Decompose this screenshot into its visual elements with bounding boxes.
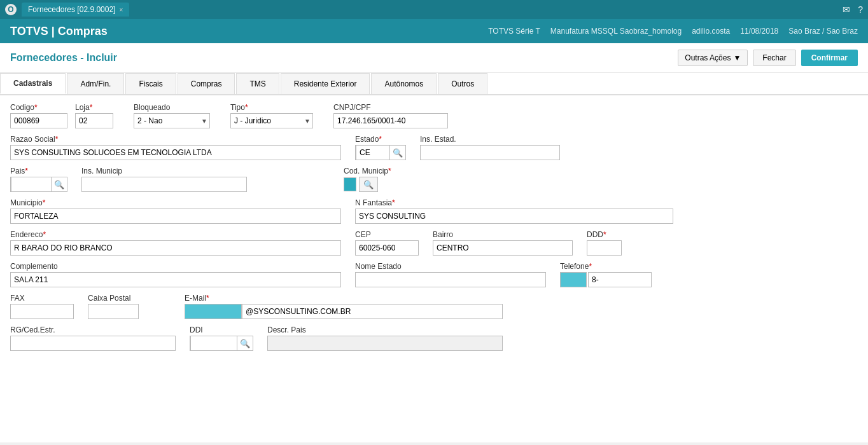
- estado-input-wrapper: 🔍: [355, 145, 406, 160]
- label-razao-social: Razao Social*: [10, 135, 341, 144]
- header-info: TOTVS Série T Manufatura MSSQL Saobraz_h…: [488, 27, 858, 36]
- input-email-domain[interactable]: [242, 304, 503, 319]
- input-loja[interactable]: [75, 113, 113, 128]
- cod-municip-wrapper: 🔍: [344, 177, 391, 192]
- input-rg[interactable]: [10, 336, 176, 351]
- input-ddd[interactable]: [587, 240, 622, 256]
- group-ddd: DDD*: [587, 230, 622, 256]
- input-n-fantasia[interactable]: [355, 209, 673, 224]
- group-rg: RG/Ced.Estr.: [10, 325, 176, 351]
- input-estado[interactable]: [356, 145, 390, 160]
- group-complemento: Complemento: [10, 262, 341, 287]
- confirmar-button[interactable]: Confirmar: [801, 50, 858, 66]
- select-tipo[interactable]: J - Juridico F - Fisico: [230, 113, 313, 128]
- input-telefone-part2[interactable]: [588, 272, 652, 287]
- form-row-6: Complemento Nome Estado Telefone*: [10, 262, 858, 287]
- group-cep: CEP: [355, 230, 419, 256]
- label-endereco: Endereco*: [10, 230, 341, 239]
- tab-compras[interactable]: Compras: [178, 73, 235, 94]
- input-pais[interactable]: [11, 177, 52, 192]
- label-loja: Loja*: [75, 103, 113, 112]
- input-ddi[interactable]: [190, 336, 237, 351]
- label-tipo: Tipo*: [230, 103, 313, 112]
- page-title-bar: Fornecedores - Incluir Outras Ações ▼ Fe…: [0, 43, 868, 73]
- input-caixa-postal[interactable]: [88, 304, 139, 319]
- input-nome-estado[interactable]: [355, 272, 546, 287]
- email-wrapper: [185, 304, 503, 319]
- label-rg: RG/Ced.Estr.: [10, 325, 176, 334]
- tab-fiscais[interactable]: Fiscais: [125, 73, 176, 94]
- input-complemento[interactable]: [10, 272, 341, 287]
- app-title: TOTVS | Compras: [10, 25, 108, 38]
- input-razao-social[interactable]: [10, 145, 341, 160]
- group-tipo: Tipo* J - Juridico F - Fisico ▼: [230, 103, 313, 128]
- select-bloqueado-wrapper: 2 - Nao 1 - Sim ▼: [134, 113, 210, 128]
- tab-outros[interactable]: Outros: [438, 73, 487, 94]
- input-ins-municip[interactable]: [81, 177, 247, 192]
- input-codigo[interactable]: [10, 113, 67, 128]
- telefone-wrapper: [560, 272, 652, 287]
- input-cep[interactable]: [355, 240, 419, 256]
- form-row-3: Pais* 🔍 Ins. Municip Cod. Municip* 🔍: [10, 167, 858, 192]
- tab-tms[interactable]: TMS: [236, 73, 279, 94]
- form-row-4: Municipio* N Fantasia*: [10, 198, 858, 224]
- dropdown-arrow-icon: ▼: [733, 53, 741, 62]
- group-n-fantasia: N Fantasia*: [355, 198, 673, 224]
- group-telefone: Telefone*: [560, 262, 652, 287]
- group-loja: Loja*: [75, 103, 113, 128]
- label-ins-estad: Ins. Estad.: [420, 135, 560, 144]
- input-email-prefix[interactable]: [185, 304, 242, 319]
- tab-autonomos[interactable]: Autônomos: [371, 73, 437, 94]
- ddi-search-button[interactable]: 🔍: [237, 339, 253, 348]
- outras-acoes-button[interactable]: Outras Ações ▼: [678, 50, 748, 66]
- tab-close-icon[interactable]: ×: [119, 6, 123, 13]
- input-telefone-part1[interactable]: [560, 272, 587, 287]
- label-ddd: DDD*: [587, 230, 622, 239]
- tab-adm-fin[interactable]: Adm/Fin.: [67, 73, 124, 94]
- label-cnpj: CNPJ/CPF: [333, 103, 448, 112]
- cod-municip-search-button[interactable]: 🔍: [359, 177, 378, 192]
- pais-search-button[interactable]: 🔍: [52, 180, 67, 189]
- tabs-bar: Cadastrais Adm/Fin. Fiscais Compras TMS …: [0, 73, 868, 95]
- group-razao-social: Razao Social*: [10, 135, 341, 160]
- label-estado: Estado*: [355, 135, 406, 144]
- input-fax[interactable]: [10, 304, 74, 319]
- form-row-2: Razao Social* Estado* 🔍 Ins. Estad.: [10, 135, 858, 160]
- estado-search-button[interactable]: 🔍: [390, 148, 405, 158]
- select-tipo-wrapper: J - Juridico F - Fisico ▼: [230, 113, 313, 128]
- group-caixa-postal: Caixa Postal: [88, 294, 139, 319]
- group-municipio: Municipio*: [10, 198, 341, 224]
- group-bairro: Bairro: [433, 230, 573, 256]
- group-pais: Pais* 🔍: [10, 167, 67, 192]
- group-codigo: Codigo*: [10, 103, 67, 128]
- tab-cadastrais[interactable]: Cadastrais: [0, 73, 66, 94]
- form-row-7: FAX Caixa Postal E-Mail*: [10, 294, 858, 319]
- app-header: TOTVS | Compras TOTVS Série T Manufatura…: [0, 19, 868, 43]
- select-bloqueado[interactable]: 2 - Nao 1 - Sim: [134, 113, 210, 128]
- label-email: E-Mail*: [185, 294, 503, 303]
- label-pais: Pais*: [10, 167, 67, 175]
- tab-residente-exterior[interactable]: Residente Exterior: [281, 73, 370, 94]
- header-date: 11/08/2018: [740, 27, 778, 36]
- tab-fornecedores[interactable]: Fornecedores [02.9.0002] ×: [22, 3, 129, 17]
- ddi-input-wrapper: 🔍: [190, 336, 253, 351]
- group-ddi: DDI 🔍: [190, 325, 253, 351]
- fechar-button[interactable]: Fechar: [753, 50, 795, 66]
- mail-icon[interactable]: ✉: [843, 4, 850, 15]
- header-location: Sao Braz / Sao Braz: [788, 27, 858, 36]
- input-descr-pais: [267, 336, 503, 351]
- app-logo: O: [5, 4, 17, 15]
- group-estado: Estado* 🔍: [355, 135, 406, 160]
- label-bloqueado: Bloqueado: [134, 103, 210, 112]
- input-municipio[interactable]: [10, 209, 341, 224]
- label-descr-pais: Descr. Pais: [267, 325, 503, 334]
- input-endereco[interactable]: [10, 240, 341, 256]
- help-icon[interactable]: ?: [858, 4, 863, 15]
- label-n-fantasia: N Fantasia*: [355, 198, 673, 207]
- form-row-8: RG/Ced.Estr. DDI 🔍 Descr. Pais: [10, 325, 858, 351]
- group-cod-municip: Cod. Municip* 🔍: [344, 167, 391, 192]
- input-ins-estad[interactable]: [420, 145, 560, 160]
- label-cep: CEP: [355, 230, 419, 239]
- input-bairro[interactable]: [433, 240, 573, 256]
- input-cnpj[interactable]: [333, 113, 448, 128]
